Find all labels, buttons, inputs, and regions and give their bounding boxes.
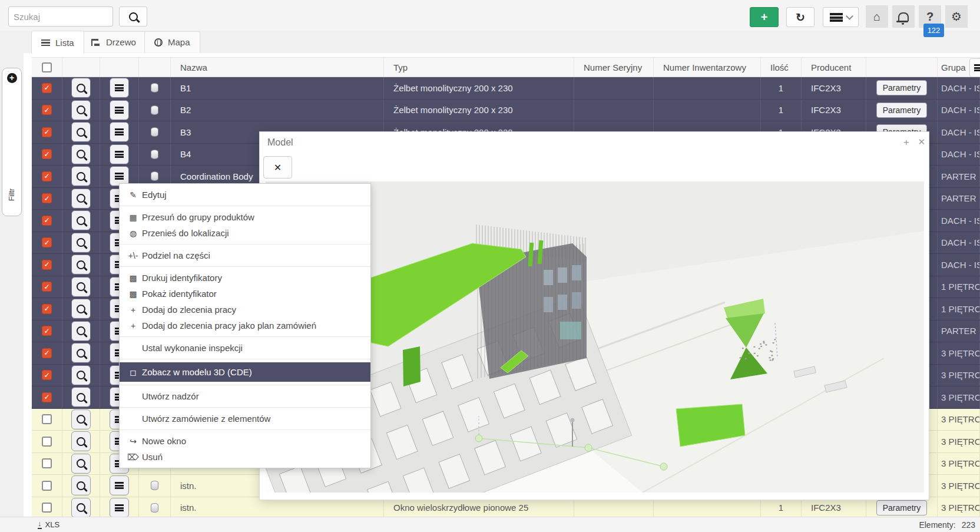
- context-menu-item[interactable]: ⌦Usuń: [120, 449, 370, 465]
- row-checkbox[interactable]: ✓: [42, 392, 52, 402]
- row-menu-button[interactable]: [110, 78, 129, 98]
- context-menu-item[interactable]: +Dodaj do zlecenia pracy: [120, 302, 370, 318]
- column-settings-button[interactable]: [969, 58, 980, 77]
- row-detail-button[interactable]: [71, 255, 91, 275]
- magnifier-icon: [77, 150, 85, 158]
- row-checkbox[interactable]: ✓: [42, 193, 52, 203]
- context-menu-item[interactable]: +\-Podziel na części: [120, 247, 370, 263]
- row-detail-button[interactable]: [71, 233, 91, 253]
- tab-lista[interactable]: Lista: [31, 31, 84, 54]
- magnifier-icon: [77, 305, 85, 313]
- bulk-menu-button[interactable]: [823, 7, 859, 27]
- row-checkbox[interactable]: [42, 503, 52, 513]
- row-detail-button[interactable]: [71, 454, 91, 474]
- row-zoom-cell: [62, 386, 100, 408]
- row-checkbox[interactable]: [42, 481, 52, 491]
- context-menu-item[interactable]: ▩Pokaż identyfikator: [120, 286, 370, 302]
- row-detail-button[interactable]: [71, 431, 91, 451]
- search-button[interactable]: [119, 6, 147, 27]
- context-menu-item[interactable]: ↪Nowe okno: [120, 433, 370, 449]
- parameters-button[interactable]: Parametry: [876, 103, 928, 118]
- settings-button[interactable]: ⚙: [945, 5, 968, 28]
- row-checkbox[interactable]: ✓: [42, 304, 52, 314]
- row-detail-button[interactable]: [71, 210, 91, 230]
- context-menu-item[interactable]: ▩Drukuj identyfikatory: [120, 270, 370, 286]
- context-menu-item[interactable]: Ustal wykonanie inspekcji: [120, 340, 370, 356]
- row-checkbox[interactable]: ✓: [42, 370, 52, 380]
- row-checkbox[interactable]: ✓: [42, 326, 52, 336]
- row-select-cell: ✓: [32, 320, 62, 342]
- row-checkbox[interactable]: ✓: [42, 348, 52, 358]
- column-header-producer[interactable]: Producent: [802, 58, 866, 77]
- notifications-button[interactable]: [892, 5, 915, 28]
- row-detail-button[interactable]: [71, 299, 91, 319]
- home-button[interactable]: ⌂: [866, 5, 888, 28]
- clear-selection-button[interactable]: ✕: [263, 156, 292, 179]
- row-checkbox[interactable]: ✓: [42, 216, 52, 226]
- dialog-maximize-button[interactable]: +: [903, 137, 909, 148]
- row-detail-button[interactable]: [71, 365, 91, 385]
- row-checkbox[interactable]: ✓: [42, 260, 52, 270]
- export-xls-button[interactable]: ↓ XLS: [38, 520, 59, 529]
- row-checkbox[interactable]: ✓: [42, 149, 52, 159]
- select-all-checkbox[interactable]: [42, 62, 52, 72]
- context-menu-item[interactable]: Utwórz nadzór: [120, 388, 370, 404]
- refresh-button[interactable]: ↻: [786, 7, 815, 27]
- split-icon: +\-: [127, 251, 140, 260]
- context-menu-item[interactable]: +Dodaj do zlecenia pracy jako plan zamów…: [120, 318, 370, 333]
- row-detail-button[interactable]: [71, 122, 91, 142]
- row-detail-button[interactable]: [71, 78, 91, 98]
- row-menu-button[interactable]: [110, 498, 129, 518]
- row-detail-button[interactable]: [71, 189, 91, 209]
- context-menu-item[interactable]: ◍Przenieś do lokalizacji: [120, 225, 370, 241]
- row-menu-cell: [100, 100, 139, 121]
- row-menu-button[interactable]: [110, 100, 129, 120]
- filter-panel-toggle[interactable]: + Filtr: [2, 68, 22, 216]
- row-detail-button[interactable]: [71, 475, 91, 495]
- dialog-close-button[interactable]: ✕: [918, 137, 925, 147]
- row-detail-button[interactable]: [71, 144, 91, 164]
- row-checkbox[interactable]: [42, 458, 52, 468]
- header-menu-col: [100, 58, 139, 77]
- cell-qty: 1: [761, 100, 802, 121]
- row-checkbox[interactable]: ✓: [42, 105, 52, 115]
- row-checkbox[interactable]: ✓: [42, 83, 52, 93]
- row-menu-button[interactable]: [110, 122, 129, 142]
- row-checkbox[interactable]: ✓: [42, 171, 52, 181]
- row-detail-button[interactable]: [71, 409, 91, 429]
- column-header-qty[interactable]: Ilość: [761, 58, 802, 77]
- column-header-serial[interactable]: Numer Seryjny: [574, 58, 654, 77]
- row-detail-button[interactable]: [71, 387, 91, 407]
- row-detail-button[interactable]: [71, 343, 91, 363]
- parameters-button[interactable]: Parametry: [876, 500, 928, 516]
- context-menu-item[interactable]: ◻Zobacz w modelu 3D (CDE): [120, 362, 370, 382]
- context-menu-item[interactable]: ▦Przesuń do grupy produktów: [120, 209, 370, 225]
- row-menu-button[interactable]: [110, 144, 129, 164]
- column-header-inventory[interactable]: Numer Inwentarzowy: [654, 58, 761, 77]
- context-menu-item[interactable]: ✎Edytuj: [120, 187, 370, 203]
- element-icon: [151, 481, 158, 490]
- row-detail-button[interactable]: [71, 321, 91, 341]
- add-button[interactable]: +: [750, 7, 779, 27]
- row-menu-button[interactable]: [110, 475, 129, 495]
- column-header-name[interactable]: Nazwa: [171, 58, 384, 77]
- row-select-cell: ✓: [32, 188, 62, 210]
- tab-mapa[interactable]: Mapa: [144, 31, 200, 52]
- parameters-button[interactable]: Parametry: [876, 80, 928, 95]
- context-menu-item[interactable]: Utwórz zamówienie z elementów: [120, 411, 370, 427]
- row-select-cell: ✓: [32, 232, 62, 254]
- row-checkbox[interactable]: ✓: [42, 127, 52, 137]
- row-detail-button[interactable]: [71, 100, 91, 120]
- row-checkbox[interactable]: [42, 414, 52, 424]
- row-detail-button[interactable]: [71, 166, 91, 186]
- row-detail-button[interactable]: [71, 277, 91, 297]
- row-detail-button[interactable]: [71, 498, 91, 518]
- row-checkbox[interactable]: [42, 437, 52, 447]
- search-input[interactable]: [8, 6, 113, 27]
- tab-drzewo[interactable]: Drzewo: [81, 31, 146, 52]
- magnifier-icon: [77, 503, 85, 512]
- row-checkbox[interactable]: ✓: [42, 282, 52, 292]
- element-icon: [151, 150, 158, 159]
- column-header-type[interactable]: Typ: [384, 58, 574, 77]
- row-checkbox[interactable]: ✓: [42, 237, 52, 247]
